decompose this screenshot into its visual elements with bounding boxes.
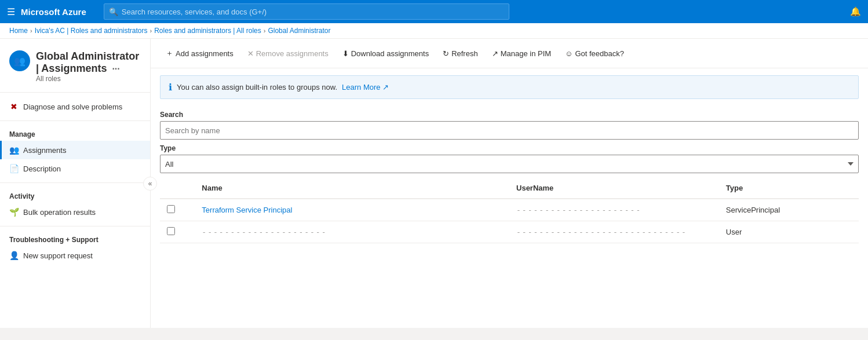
type-filter-select[interactable]: All User Group ServicePrincipal xyxy=(160,155,859,173)
brand-logo: Microsoft Azure xyxy=(21,7,86,17)
main-content: ＋ Add assignments ✕ Remove assignments ⬇… xyxy=(151,39,868,328)
search-input[interactable] xyxy=(160,121,859,140)
sidebar-header: 👥 Global Administrator | Assignments ···… xyxy=(0,43,150,87)
sidebar-collapse-button[interactable]: « xyxy=(143,177,157,191)
select-all-col xyxy=(160,178,195,199)
troubleshooting-section-label: Troubleshooting + Support xyxy=(0,231,150,246)
type-col-header: Type xyxy=(719,178,859,199)
more-options-icon[interactable]: ··· xyxy=(112,64,119,74)
page-title-block: Global Administrator | Assignments ··· A… xyxy=(36,50,141,83)
bulk-icon: 🌱 xyxy=(9,207,19,217)
divider-manage-top xyxy=(0,120,150,121)
divider-troubleshooting xyxy=(0,226,150,226)
row1-type-cell: ServicePrincipal xyxy=(719,199,859,221)
breadcrumb-sep-2: › xyxy=(150,27,152,34)
row2-checkbox[interactable] xyxy=(167,227,175,235)
table-header: Name UserName Type xyxy=(160,178,859,199)
notifications-icon[interactable]: 🔔 xyxy=(850,6,861,16)
add-icon: ＋ xyxy=(166,48,173,59)
breadcrumb-home[interactable]: Home xyxy=(9,27,28,35)
row2-name-cell: ---------------------- xyxy=(195,221,509,243)
page-icon: 👥 xyxy=(9,50,30,71)
assignments-icon: 👥 xyxy=(9,145,19,155)
sidebar-item-description[interactable]: 📄 Description xyxy=(0,159,150,178)
breadcrumb-current: Global Administrator xyxy=(268,27,330,35)
download-assignments-button[interactable]: ⬇ Download assignments xyxy=(337,46,435,61)
external-link-icon: ↗ xyxy=(492,49,498,58)
global-search-bar[interactable]: 🔍 xyxy=(104,3,509,20)
sidebar-item-description-label: Description xyxy=(23,164,61,173)
breadcrumb-sep-1: › xyxy=(30,27,32,34)
search-icon: 🔍 xyxy=(109,8,118,16)
table-container: Name UserName Type xyxy=(151,178,868,243)
learn-more-link[interactable]: Learn More ↗ xyxy=(342,83,389,92)
info-icon: ℹ xyxy=(169,82,172,93)
row1-name-cell: Terraform Service Principal xyxy=(195,199,509,221)
row1-checkbox-cell xyxy=(160,199,195,221)
feedback-button[interactable]: ☺ Got feedback? xyxy=(559,46,630,61)
activity-section-label: Activity xyxy=(0,188,150,203)
manage-pim-button[interactable]: ↗ Manage in PIM xyxy=(486,46,557,61)
row2-username-cell: ------------------------------ xyxy=(509,221,719,243)
sidebar-item-diagnose-label: Diagnose and solve problems xyxy=(23,103,122,111)
external-icon: ↗ xyxy=(382,83,389,92)
row2-type-cell: User xyxy=(719,221,859,243)
toolbar: ＋ Add assignments ✕ Remove assignments ⬇… xyxy=(151,39,868,68)
table-header-row: Name UserName Type xyxy=(160,178,859,199)
feedback-icon: ☺ xyxy=(565,49,572,58)
row2-checkbox-cell xyxy=(160,221,195,243)
search-label: Search xyxy=(160,111,859,119)
divider-top xyxy=(0,92,150,93)
assignments-table: Name UserName Type xyxy=(160,178,859,243)
row1-checkbox[interactable] xyxy=(167,205,175,213)
table-row: Terraform Service Principal ------------… xyxy=(160,199,859,221)
remove-icon: ✕ xyxy=(247,49,254,58)
support-icon: 👤 xyxy=(9,251,19,260)
sidebar-item-diagnose[interactable]: ✖ Diagnose and solve problems xyxy=(0,97,150,116)
info-banner-text: You can also assign built-in roles to gr… xyxy=(177,83,337,92)
manage-section-label: Manage xyxy=(0,126,150,141)
hamburger-menu[interactable]: ☰ xyxy=(7,6,15,17)
main-layout: 👥 Global Administrator | Assignments ···… xyxy=(0,39,868,328)
row1-name-link[interactable]: Terraform Service Principal xyxy=(202,206,292,214)
diagnose-icon: ✖ xyxy=(9,102,19,111)
filter-section: Search Type All User Group ServicePrinci… xyxy=(151,106,868,178)
table-row: ---------------------- -----------------… xyxy=(160,221,859,243)
add-assignments-button[interactable]: ＋ Add assignments xyxy=(160,45,239,62)
page-title: Global Administrator | Assignments ··· xyxy=(36,50,141,75)
name-col-header: Name xyxy=(195,178,509,199)
top-nav-actions: 🔔 xyxy=(850,6,861,17)
sidebar-item-support-label: New support request xyxy=(23,251,93,260)
divider-activity xyxy=(0,182,150,183)
sidebar-item-assignments[interactable]: 👥 Assignments xyxy=(0,141,150,159)
breadcrumb-allroles[interactable]: Roles and administrators | All roles xyxy=(154,27,261,35)
global-search-input[interactable] xyxy=(122,8,504,16)
collapse-icon: « xyxy=(148,180,152,188)
username-col-header: UserName xyxy=(509,178,719,199)
sidebar-item-bulk-label: Bulk operation results xyxy=(23,208,96,217)
sidebar-item-support[interactable]: 👤 New support request xyxy=(0,246,150,265)
breadcrumb: Home › Ivica's AC | Roles and administra… xyxy=(0,23,868,39)
info-banner: ℹ You can also assign built-in roles to … xyxy=(160,75,859,99)
type-label: Type xyxy=(160,144,859,152)
refresh-button[interactable]: ↻ Refresh xyxy=(437,46,484,61)
sidebar-item-bulk[interactable]: 🌱 Bulk operation results xyxy=(0,203,150,221)
refresh-icon: ↻ xyxy=(443,49,449,58)
description-icon: 📄 xyxy=(9,164,19,173)
sidebar-item-assignments-label: Assignments xyxy=(23,146,66,155)
breadcrumb-ivica[interactable]: Ivica's AC | Roles and administrators xyxy=(35,27,148,35)
download-icon: ⬇ xyxy=(342,49,349,58)
row1-username-cell: ---------------------- xyxy=(509,199,719,221)
table-body: Terraform Service Principal ------------… xyxy=(160,199,859,243)
breadcrumb-sep-3: › xyxy=(264,27,266,34)
remove-assignments-button[interactable]: ✕ Remove assignments xyxy=(242,46,334,61)
page-subtitle: All roles xyxy=(36,75,141,83)
sidebar: 👥 Global Administrator | Assignments ···… xyxy=(0,39,151,328)
top-navigation: ☰ Microsoft Azure 🔍 🔔 xyxy=(0,0,868,23)
